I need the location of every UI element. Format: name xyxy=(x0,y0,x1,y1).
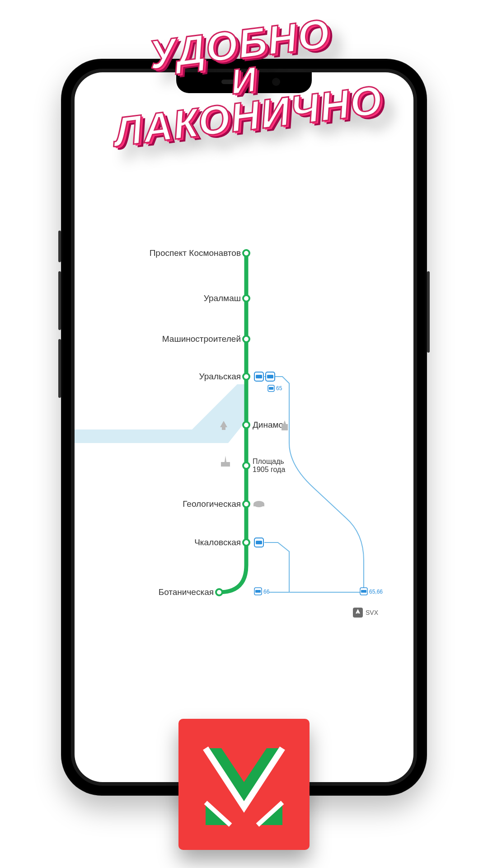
svg-rect-12 xyxy=(282,424,288,430)
station-prospekt[interactable]: Проспект Космонавтов xyxy=(150,248,249,258)
svg-rect-20 xyxy=(256,541,262,544)
station-label: Площадь xyxy=(253,458,284,465)
landmark-icon xyxy=(253,501,264,507)
station-label: Геологическая xyxy=(183,499,241,509)
station-ploshchad-1905[interactable]: Площадь 1905 года xyxy=(221,456,285,473)
station-label: Уралмаш xyxy=(204,293,241,303)
station-label: Чкаловская xyxy=(194,538,241,547)
app-icon[interactable] xyxy=(178,719,310,850)
svg-point-3 xyxy=(243,373,249,380)
svg-rect-9 xyxy=(269,387,273,390)
svg-point-10 xyxy=(243,422,249,428)
station-label: 1905 года xyxy=(253,466,285,473)
station-label: Уральская xyxy=(199,372,241,381)
svg-rect-23 xyxy=(255,590,261,593)
airport-marker[interactable]: SVX xyxy=(353,608,379,618)
svg-point-2 xyxy=(243,336,249,342)
station-mashinostroiteley[interactable]: Машиностроителей xyxy=(162,334,249,344)
metro-map[interactable]: Проспект Космонавтов Уралмаш Машинострои… xyxy=(75,72,413,782)
svg-rect-25 xyxy=(361,590,366,593)
svg-rect-7 xyxy=(267,375,273,378)
svg-point-13 xyxy=(243,462,249,469)
phone-frame: Проспект Космонавтов Уралмаш Машинострои… xyxy=(61,59,427,796)
station-geologicheskaya[interactable]: Геологическая xyxy=(183,499,264,509)
svg-rect-14 xyxy=(221,462,230,467)
bus-route-label: 66 xyxy=(263,589,270,595)
station-chkalovskaya[interactable]: Чкаловская xyxy=(194,538,263,547)
bus-route-label: 65 xyxy=(276,385,282,392)
svg-rect-11 xyxy=(222,427,225,430)
phone-mute-switch xyxy=(58,231,61,262)
bus-lines xyxy=(264,377,364,592)
phone-screen[interactable]: Проспект Космонавтов Уралмаш Машинострои… xyxy=(75,72,413,782)
svg-point-0 xyxy=(243,250,249,256)
station-label: Проспект Космонавтов xyxy=(150,248,241,258)
svg-point-18 xyxy=(243,539,249,546)
phone-volume-up xyxy=(58,271,61,330)
river-shape xyxy=(75,384,246,443)
svg-rect-5 xyxy=(256,375,262,378)
station-label: Динамо xyxy=(253,420,283,429)
svg-rect-17 xyxy=(253,504,264,506)
station-uralmash[interactable]: Уралмаш xyxy=(204,293,249,303)
airport-code: SVX xyxy=(366,609,379,616)
landmark-icon xyxy=(221,456,230,467)
svg-point-15 xyxy=(243,501,249,507)
svg-point-1 xyxy=(243,295,249,302)
station-label: Машиностроителей xyxy=(162,334,241,344)
phone-volume-down xyxy=(58,339,61,398)
station-label: Ботаническая xyxy=(159,587,214,597)
svg-point-21 xyxy=(216,589,222,595)
metro-m-icon xyxy=(194,735,294,834)
bus-route-label: 65,66 xyxy=(369,589,383,595)
phone-power-button xyxy=(427,271,430,353)
